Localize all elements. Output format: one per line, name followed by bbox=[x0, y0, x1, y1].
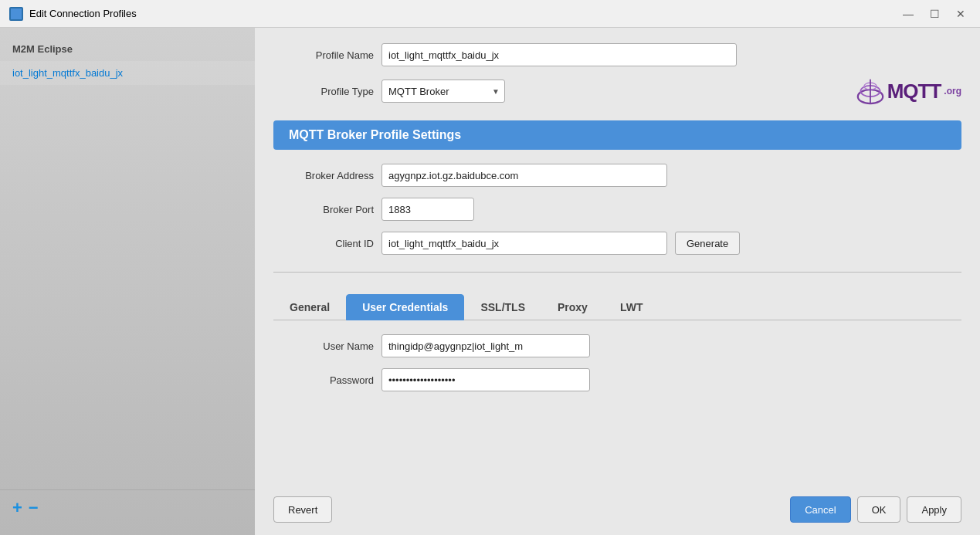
client-id-row: Client ID Generate bbox=[273, 232, 961, 255]
minimize-button[interactable]: — bbox=[898, 5, 918, 23]
broker-port-row: Broker Port bbox=[273, 198, 961, 221]
sidebar: M2M Eclipse iot_light_mqttfx_baidu_jx + … bbox=[0, 28, 255, 535]
broker-port-input[interactable] bbox=[381, 198, 474, 221]
client-id-label: Client ID bbox=[273, 238, 374, 249]
profile-name-row: Profile Name bbox=[273, 43, 961, 66]
tab-proxy[interactable]: Proxy bbox=[541, 294, 604, 320]
remove-profile-button[interactable]: − bbox=[29, 499, 39, 516]
profile-name-input[interactable] bbox=[381, 43, 737, 66]
username-input[interactable] bbox=[381, 334, 590, 357]
generate-button[interactable]: Generate bbox=[675, 232, 740, 255]
maximize-button[interactable]: ☐ bbox=[924, 5, 944, 23]
sidebar-bottom: + − bbox=[0, 489, 255, 526]
apply-button[interactable]: Apply bbox=[907, 496, 961, 523]
profile-type-select-wrapper[interactable]: MQTT Broker MQTT Publisher MQTT Subscrib… bbox=[381, 80, 505, 103]
broker-address-row: Broker Address bbox=[273, 164, 961, 187]
window-title: Edit Connection Profiles bbox=[29, 8, 137, 19]
tabs-row: General User Credentials SSL/TLS Proxy L… bbox=[273, 294, 961, 320]
main-content: Profile Name Profile Type MQTT Broker MQ… bbox=[255, 28, 980, 535]
tab-user-credentials[interactable]: User Credentials bbox=[346, 294, 464, 320]
app-icon bbox=[9, 7, 23, 21]
section-header: MQTT Broker Profile Settings bbox=[273, 120, 961, 150]
username-row: User Name bbox=[273, 334, 961, 357]
title-bar: Edit Connection Profiles — ☐ ✕ bbox=[0, 0, 980, 28]
username-label: User Name bbox=[273, 340, 374, 352]
tab-lwt[interactable]: LWT bbox=[604, 294, 660, 320]
password-input[interactable] bbox=[381, 368, 590, 391]
mqtt-logo-icon bbox=[856, 77, 884, 105]
profile-type-select[interactable]: MQTT Broker MQTT Publisher MQTT Subscrib… bbox=[381, 80, 505, 103]
cancel-button[interactable]: Cancel bbox=[790, 496, 850, 523]
mqtt-logo: MQTT.org bbox=[856, 77, 961, 105]
password-label: Password bbox=[273, 374, 374, 386]
sidebar-item-iot-light[interactable]: iot_light_mqttfx_baidu_jx bbox=[0, 61, 255, 85]
broker-port-label: Broker Port bbox=[273, 204, 374, 215]
sidebar-group-label: M2M Eclipse bbox=[0, 37, 255, 61]
action-bar-right: Cancel OK Apply bbox=[790, 496, 961, 523]
profile-type-label: Profile Type bbox=[273, 86, 374, 97]
action-bar: Revert Cancel OK Apply bbox=[273, 484, 961, 523]
close-button[interactable]: ✕ bbox=[951, 5, 971, 23]
add-profile-button[interactable]: + bbox=[12, 499, 22, 516]
ok-button[interactable]: OK bbox=[857, 496, 901, 523]
tab-ssl-tls[interactable]: SSL/TLS bbox=[464, 294, 541, 320]
main-layout: M2M Eclipse iot_light_mqttfx_baidu_jx + … bbox=[0, 28, 980, 535]
credentials-section: User Name Password bbox=[273, 334, 961, 402]
profile-type-row: Profile Type MQTT Broker MQTT Publisher … bbox=[273, 77, 961, 105]
password-row: Password bbox=[273, 368, 961, 391]
tab-general[interactable]: General bbox=[273, 294, 346, 320]
window-controls: — ☐ ✕ bbox=[898, 5, 971, 23]
revert-button[interactable]: Revert bbox=[273, 496, 332, 523]
broker-address-input[interactable] bbox=[381, 164, 667, 187]
divider bbox=[273, 272, 961, 273]
client-id-input[interactable] bbox=[381, 232, 667, 255]
profile-name-label: Profile Name bbox=[273, 49, 374, 61]
broker-address-label: Broker Address bbox=[273, 170, 374, 181]
